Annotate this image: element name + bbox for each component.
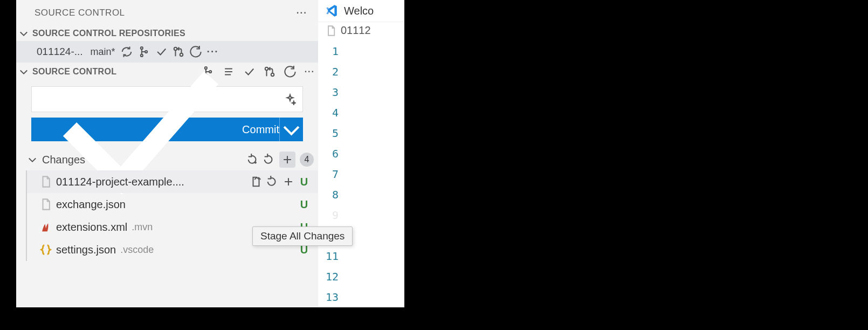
panel-header: SOURCE CONTROL ··· <box>16 0 318 26</box>
line-number: 1 <box>318 41 350 61</box>
editor-tab-bar: Welco <box>318 0 404 22</box>
discard-icon[interactable] <box>263 154 275 166</box>
line-number: 11 <box>318 246 350 266</box>
file-dir: .vscode <box>120 244 154 256</box>
refresh-icon[interactable] <box>284 66 296 78</box>
stage-all-tooltip: Stage All Changes <box>252 226 353 246</box>
json-icon <box>40 244 52 256</box>
file-icon <box>40 198 52 210</box>
editor-breadcrumb[interactable]: 01112 <box>318 22 404 39</box>
line-number: 3 <box>318 82 350 102</box>
file-name: 011124-project-example.... <box>56 176 184 188</box>
file-icon <box>40 176 52 188</box>
chevron-down-icon <box>18 28 29 39</box>
svg-point-12 <box>271 73 274 77</box>
file-name: exchange.json <box>56 198 126 211</box>
line-number: 2 <box>318 61 350 82</box>
changed-file-row[interactable]: exchange.json U <box>26 193 318 216</box>
svg-point-11 <box>265 67 268 71</box>
discard-icon[interactable] <box>266 176 278 188</box>
maven-icon <box>40 221 52 233</box>
changes-label: Changes <box>42 154 243 166</box>
stage-all-button[interactable] <box>279 152 295 168</box>
chevron-down-icon <box>18 66 29 77</box>
file-dir: .mvn <box>132 222 153 233</box>
line-number: 9 <box>318 205 350 225</box>
line-number: 7 <box>318 164 350 184</box>
scm-more-icon[interactable]: ··· <box>305 67 315 77</box>
sparkle-icon[interactable] <box>284 93 296 105</box>
chevron-down-icon <box>27 154 38 165</box>
changes-count-badge: 4 <box>300 153 314 167</box>
editor-tab[interactable]: Welco <box>344 5 374 17</box>
file-name: extensions.xml <box>56 221 127 233</box>
line-number: 8 <box>318 184 350 205</box>
file-icon <box>326 25 336 36</box>
changes-section-header[interactable]: Changes 4 <box>16 149 318 170</box>
more-actions-icon[interactable]: ··· <box>297 8 307 18</box>
breadcrumb-file: 01112 <box>341 24 371 37</box>
editor-area: Welco 01112 1 2 3 4 5 6 7 8 9 10 11 12 1… <box>318 0 404 307</box>
file-name: settings.json <box>56 244 116 256</box>
panel-title: SOURCE CONTROL <box>35 8 125 18</box>
pull-request-icon[interactable] <box>264 66 275 78</box>
commit-button[interactable]: Commit <box>31 118 279 141</box>
stage-file-icon[interactable] <box>283 176 294 188</box>
commit-label: Commit <box>242 123 279 136</box>
check-icon[interactable] <box>243 66 255 78</box>
open-file-icon[interactable] <box>250 176 262 188</box>
line-number: 13 <box>318 287 350 307</box>
line-number-gutter: 1 2 3 4 5 6 7 8 9 10 11 12 13 <box>318 39 404 307</box>
vscode-logo-icon <box>325 4 339 18</box>
line-number: 5 <box>318 123 350 143</box>
file-status: U <box>299 198 309 211</box>
changed-file-row[interactable]: 011124-project-example.... U <box>26 170 318 193</box>
file-status: U <box>299 176 309 188</box>
source-control-panel: SOURCE CONTROL ··· SOURCE CONTROL REPOSI… <box>16 0 318 307</box>
line-number: 6 <box>318 143 350 164</box>
commit-button-group: Commit <box>31 118 303 141</box>
discard-all-icon[interactable] <box>247 154 259 166</box>
line-number: 4 <box>318 102 350 123</box>
line-number: 12 <box>318 266 350 287</box>
commit-dropdown-button[interactable] <box>279 118 303 141</box>
